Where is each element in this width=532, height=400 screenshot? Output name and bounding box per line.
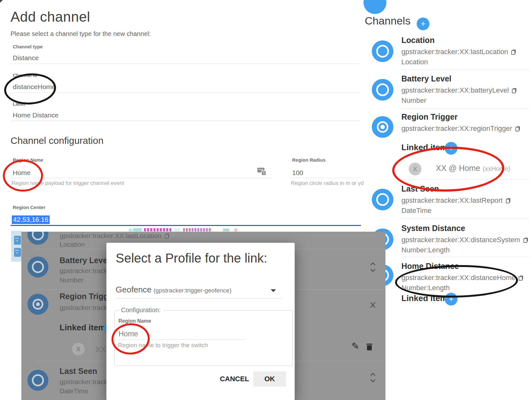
- divider: [401, 257, 529, 257]
- corner-artifact: [0, 0, 3, 3]
- divider: [116, 298, 282, 298]
- copy-icon[interactable]: [523, 238, 528, 243]
- add-channel-button[interactable]: [417, 18, 429, 30]
- channel-type-label: Channel type: [13, 44, 43, 49]
- bg-linked-items-heading: Linked items: [60, 323, 110, 333]
- channel-type: Location: [401, 58, 428, 66]
- ok-button[interactable]: OK: [253, 371, 286, 387]
- copy-icon[interactable]: [511, 50, 516, 55]
- profile-dialog: Select a Profile for the link: Geofence(…: [106, 243, 295, 400]
- dropdown-arrow-icon[interactable]: [271, 289, 276, 292]
- fieldset-legend: Configuration:: [119, 306, 163, 314]
- screen: Add channel Please select a channel type…: [0, 0, 532, 400]
- section-title: Channel configuration: [11, 135, 104, 146]
- copy-icon[interactable]: [519, 276, 523, 281]
- divider: [290, 178, 359, 178]
- channel-uid: gpstracker:tracker:XX:regionTrigger: [401, 124, 512, 132]
- divider: [401, 218, 529, 219]
- region-trigger-channel-icon: [27, 294, 48, 315]
- cancel-button[interactable]: CANCEL: [219, 371, 250, 387]
- channel-uid: gpstracker:tracker:XX:lastReport: [401, 196, 503, 204]
- divider: [11, 64, 360, 64]
- region-center-field[interactable]: 42.53,16.16: [12, 215, 50, 224]
- channels-heading: Channels: [365, 15, 411, 27]
- focused-underline: [11, 225, 361, 226]
- profile-select-detail: (gpstracker:trigger-geofence): [154, 287, 232, 294]
- profile-select-value: Geofence: [116, 285, 152, 294]
- bg-channel-title: Battery Level: [60, 256, 110, 265]
- copy-icon[interactable]: [515, 126, 520, 131]
- annotation-ellipse-region-name: [3, 160, 43, 192]
- channel-uid: gpstracker:tracker:XX:batteryLevel: [401, 86, 509, 94]
- keyboard-input-icon[interactable]: 3: [257, 168, 268, 176]
- unfold-icon[interactable]: [370, 263, 375, 271]
- battery-channel-icon: [372, 79, 393, 101]
- label-field[interactable]: Home Distance: [13, 111, 59, 119]
- bg-channel-type: Number: [60, 276, 83, 284]
- channel-type: Number: [401, 96, 426, 105]
- bg-channel-title: Last Seen: [60, 367, 97, 376]
- delete-icon[interactable]: [366, 344, 372, 350]
- annotation-ellipse-channel-id: [3, 72, 57, 106]
- channel-title: Location: [401, 36, 435, 45]
- last-seen-channel-icon: [27, 370, 48, 391]
- channel-title: Battery Level: [401, 74, 451, 83]
- region-radius-field[interactable]: 100: [292, 169, 303, 177]
- unfold-icon[interactable]: [370, 374, 375, 382]
- last-seen-channel-icon: [372, 189, 393, 210]
- divider: [11, 178, 272, 178]
- location-channel-icon: [27, 232, 48, 245]
- region-trigger-channel-icon: [372, 116, 393, 138]
- bg-channel-type: DateTime: [60, 387, 88, 395]
- region-radius-label: Region Radius: [292, 157, 326, 163]
- divider: [401, 109, 529, 109]
- partial-fab-icon[interactable]: [363, 0, 386, 14]
- page-subtitle: Please select a channel type for the new…: [11, 30, 151, 38]
- copy-icon[interactable]: [512, 88, 516, 93]
- location-channel-icon: [372, 40, 393, 62]
- copy-icon[interactable]: [506, 198, 510, 203]
- channel-type-value[interactable]: Distance: [13, 54, 39, 62]
- dialog-region-name-label: Region Name: [119, 318, 151, 324]
- channel-type: DateTime: [401, 207, 432, 215]
- divider: [401, 70, 529, 70]
- divider: [11, 121, 360, 121]
- region-center-label: Region Center: [13, 205, 46, 210]
- page-title: Add channel: [11, 9, 90, 25]
- item-avatar: X: [72, 343, 85, 355]
- channel-title: Region Trigger: [401, 112, 457, 122]
- battery-channel-icon: [27, 256, 48, 277]
- edit-icon[interactable]: ✎: [351, 340, 359, 352]
- region-radius-hint: Region circle radius in m or yd: [291, 180, 364, 186]
- unfold-less-icon[interactable]: [370, 301, 375, 309]
- bg-channel-type: Location: [60, 241, 85, 248]
- divider: [11, 93, 360, 93]
- channel-uid: gpstracker:tracker:XX:distanceSystem: [401, 236, 520, 244]
- dialog-title: Select a Profile for the link:: [116, 251, 267, 265]
- channel-type: Number:Length: [401, 246, 450, 254]
- copy-icon[interactable]: [165, 234, 169, 239]
- keypad-image-fragment: [11, 231, 22, 262]
- channel-title: System Distance: [401, 224, 465, 233]
- bg-channel-uid: gpstracker:tracker:XX:lastLocation: [60, 232, 162, 239]
- channel-uid: gpstracker:tracker:XX:lastLocation: [401, 48, 508, 56]
- profile-select[interactable]: Geofence(gpstracker:trigger-geofence): [116, 285, 232, 295]
